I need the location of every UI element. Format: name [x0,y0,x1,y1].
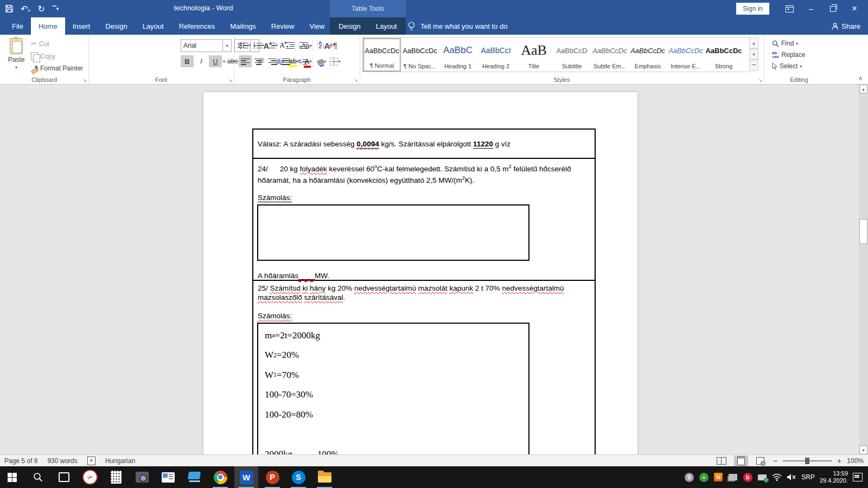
share-button[interactable]: Share [832,17,860,35]
font-dialog-launcher-icon[interactable]: ↘ [228,78,232,83]
tab-design[interactable]: Design [98,17,135,35]
page-indicator[interactable]: Page 5 of 8 [4,457,37,465]
restore-icon[interactable] [824,0,842,17]
word-button[interactable]: W [234,466,258,488]
tab-insert[interactable]: Insert [65,17,98,35]
decrease-indent-button[interactable]: ◂ [284,39,297,51]
style-heading1[interactable]: AaBbCHeading 1 [439,38,477,72]
customize-qat-icon[interactable]: ▔▾ [53,6,59,11]
task-view-button[interactable] [52,466,76,488]
find-button[interactable]: Find▾ [770,39,807,48]
language-indicator[interactable]: Hungarian [105,457,135,465]
ribbon-display-options-icon[interactable] [780,0,799,17]
zoom-in-icon[interactable]: + [837,457,841,465]
justify-button[interactable] [279,55,292,67]
save-icon[interactable] [5,5,13,12]
clipboard-dialog-launcher-icon[interactable]: ↘ [82,78,87,83]
chrome-button[interactable] [208,466,232,488]
tab-table-layout[interactable]: Layout [368,17,405,35]
styles-more-icon[interactable] [749,60,758,71]
beats-audio-tray-icon[interactable]: b [743,472,752,482]
calculation-box-2[interactable]: ma=2t=2000kg W2=20% W1=70% 100-70=30% 10… [257,323,529,455]
tab-review[interactable]: Review [264,17,302,35]
style-intense-emphasis[interactable]: AaBbCcDcIntense E... [667,38,705,72]
style-title[interactable]: AaBTitle [515,38,553,72]
sort-button[interactable]: AZ↓ [315,39,328,51]
bullets-button[interactable]: ▾ [239,39,252,51]
print-layout-button[interactable] [734,455,748,466]
replace-button[interactable]: ab⤷ac Replace [770,50,807,59]
line-spacing-button[interactable]: ⇅▾ [297,55,310,67]
volume-muted-icon[interactable] [787,472,796,482]
photos-button[interactable] [156,466,180,488]
table-row-q25[interactable]: 25/ Számítsd ki hány kg 20% nedvességtar… [253,281,595,454]
calculator-button[interactable] [104,466,128,488]
copy-button[interactable]: Copy [29,52,85,61]
this-pc-button[interactable] [182,466,206,488]
italic-button[interactable]: I [195,55,208,67]
zoom-out-icon[interactable]: − [773,457,777,465]
style-normal[interactable]: AaBbCcDc¶ Normal [363,38,401,72]
font-family-combo[interactable]: Arial▼ [181,39,232,52]
action-center-icon[interactable] [853,472,863,482]
skype-tray-icon[interactable]: S [684,472,694,482]
tell-me-box[interactable]: Tell me what you want to do [408,17,507,35]
bold-button[interactable]: B [181,55,194,67]
underline-button[interactable]: U [209,55,222,67]
redo-icon[interactable]: ↻ [37,4,44,14]
style-strong[interactable]: AaBbCcDcStrong [705,38,743,72]
scrollbar-thumb[interactable] [859,219,867,244]
taskbar-search-button[interactable] [26,466,50,488]
styles-dialog-launcher-icon[interactable]: ↘ [758,78,762,83]
select-button[interactable]: Select▾ [770,62,807,70]
keyboard-language-indicator[interactable]: SRP [801,473,815,481]
tab-table-design[interactable]: Design [331,17,368,35]
style-subtitle[interactable]: AaBbCcDSubtitle [553,38,591,72]
read-mode-button[interactable] [714,455,729,466]
vertical-scrollbar[interactable]: ▲ ▼ [859,85,868,454]
document-page[interactable]: Válasz: A száradási sebesség 0,0094 kg/s… [203,92,637,454]
table-row-q24[interactable]: 24/20 kg folyadék keveréssel 60oC-kal fe… [253,159,595,281]
web-layout-button[interactable] [754,455,768,466]
paste-button[interactable]: Paste ▾ [4,38,28,76]
format-painter-button[interactable]: Format Painter [29,64,85,73]
close-icon[interactable]: × [845,0,864,17]
wifi-icon[interactable] [772,472,782,482]
calculation-box-1[interactable] [257,204,529,261]
increase-indent-button[interactable]: ▸ [297,39,310,51]
undo-icon[interactable]: ↶▾ [21,4,30,14]
tab-references[interactable]: References [171,17,222,35]
java-update-tray-icon[interactable]: ⌘ [713,472,723,482]
style-heading2[interactable]: AaBbCcIHeading 2 [477,38,515,72]
underline-dropdown-icon[interactable]: ▾ [223,59,225,64]
borders-button[interactable]: ▾ [329,55,342,67]
clock[interactable]: 13:59 29.4.2020. [820,470,848,484]
style-subtle-emphasis[interactable]: AaBbCcDcSubtle Em... [591,38,629,72]
snipping-tool-button[interactable]: ✂ [78,466,102,488]
paragraph-dialog-launcher-icon[interactable]: ↘ [354,78,358,83]
styles-scroll-up-icon[interactable]: ▲ [749,37,758,49]
paste-dropdown-icon[interactable]: ▾ [15,65,17,70]
word-count[interactable]: 930 words [47,457,77,465]
multilevel-list-button[interactable]: ▾ [266,39,279,51]
start-button[interactable] [0,466,24,488]
align-left-button[interactable] [239,55,252,67]
align-center-button[interactable] [252,55,265,67]
scroll-down-icon[interactable]: ▼ [859,446,867,454]
zoom-level[interactable]: 100% [847,457,864,465]
style-emphasis[interactable]: AaBbCcDcEmphasis [629,38,667,72]
antivirus-tray-icon[interactable]: + [699,472,709,482]
tab-mailings[interactable]: Mailings [222,17,264,35]
style-no-spacing[interactable]: AaBbCcDc¶ No Spac... [401,38,439,72]
skype-button[interactable]: S [286,466,310,488]
tab-file[interactable]: File [4,17,31,35]
proofing-errors-icon[interactable]: ✗ [87,457,95,465]
show-paragraph-marks-button[interactable]: ¶ [329,39,342,51]
camera-button[interactable] [130,466,154,488]
zoom-slider[interactable] [783,460,832,461]
cut-button[interactable]: ✂Cut [29,39,85,48]
file-explorer-button[interactable] [312,466,336,488]
sign-in-button[interactable]: Sign in [736,3,769,15]
zoom-slider-thumb[interactable] [805,458,809,464]
scroll-up-icon[interactable]: ▲ [859,85,867,93]
